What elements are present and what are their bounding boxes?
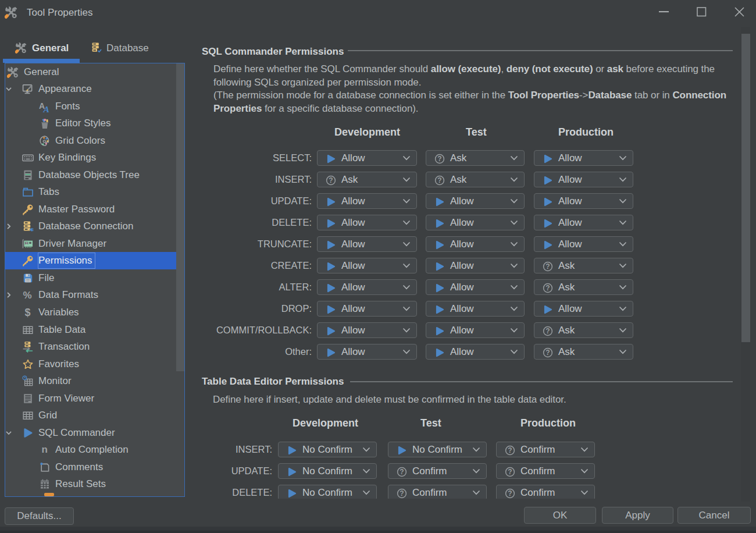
svg-text:?: ? <box>508 468 512 476</box>
svg-text:?: ? <box>437 176 441 184</box>
svg-text:?: ? <box>400 468 404 476</box>
svg-text:?: ? <box>545 262 550 271</box>
svg-text:?: ? <box>545 284 550 292</box>
svg-text:?: ? <box>400 489 404 498</box>
svg-text:?: ? <box>508 489 512 498</box>
svg-text:?: ? <box>545 349 550 357</box>
svg-text:?: ? <box>329 176 333 184</box>
svg-text:?: ? <box>437 155 441 163</box>
svg-text:?: ? <box>545 327 550 335</box>
svg-text:?: ? <box>508 446 512 454</box>
